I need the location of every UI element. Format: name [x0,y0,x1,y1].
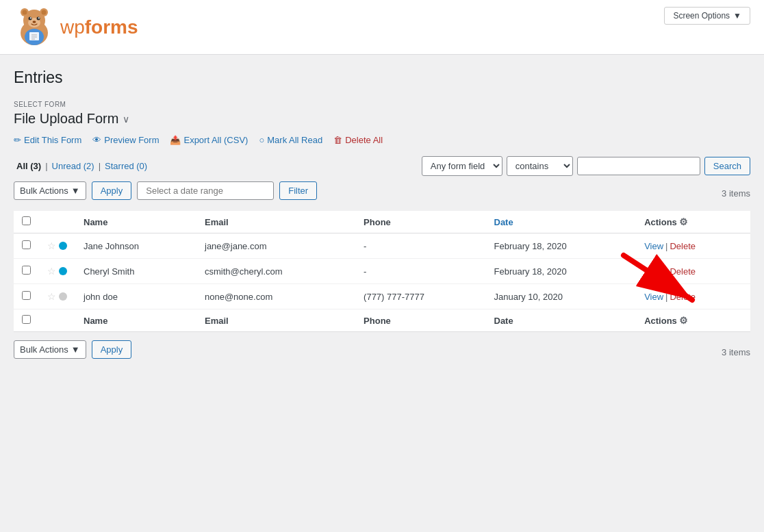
row2-checkbox[interactable] [22,266,31,275]
footer-email-col: Email [196,309,355,332]
entries-table: Name Email Phone Date Actions ⚙ [14,211,750,332]
row3-view-link[interactable]: View [644,292,663,302]
chevron-down-icon: ▼ [733,11,741,21]
delete-all-link[interactable]: 🗑 Delete All [333,135,383,145]
trash-icon: 🗑 [333,135,342,145]
form-selector[interactable]: File Upload Form ∨ [14,111,750,127]
actions-gear-icon[interactable]: ⚙ [679,216,688,227]
row2-icons-cell: ☆ [39,259,75,284]
eye-icon: 👁 [92,135,101,145]
filter-tab-starred[interactable]: Starred (0) [102,161,150,171]
select-form-label: SELECT FORM [14,101,750,108]
row3-phone-cell: (777) 777-7777 [355,284,485,309]
row2-star-icon[interactable]: ☆ [47,266,56,277]
export-label: Export All (CSV) [183,135,248,145]
svg-point-5 [42,10,47,14]
row1-name-cell: Jane Johnson [75,233,196,259]
row1-read-icon[interactable] [59,242,67,250]
bulk-actions-select-top[interactable]: Bulk Actions ▼ [14,181,86,200]
select-all-checkbox[interactable] [22,216,31,225]
row3-star-icon[interactable]: ☆ [47,291,56,302]
row3-delete-link[interactable]: Delete [670,292,696,302]
logo-wp: wp [60,16,85,38]
row1-actions-cell: View | Delete [636,233,750,259]
svg-point-10 [38,17,40,18]
table-top-controls: All (3) | Unread (2) | Starred (0) Any f… [14,156,750,176]
search-area: Any form field Name Email Phone contains… [422,156,750,176]
svg-point-11 [33,21,36,23]
table-footer-row: Name Email Phone Date Actions ⚙ [14,309,750,332]
logo: wpforms [14,7,138,48]
filter-tab-unread[interactable]: Unread (2) [49,161,97,171]
form-name: File Upload Form [14,111,118,127]
apply-button-top[interactable]: Apply [92,181,132,200]
bulk-actions-select-bottom[interactable]: Bulk Actions ▼ [14,340,86,359]
row2-actions-cell: View | Delete [636,259,750,284]
preview-form-link[interactable]: 👁 Preview Form [92,135,159,145]
row2-delete-link[interactable]: Delete [670,266,696,277]
header-phone-col: Phone [355,211,485,233]
screen-options-button[interactable]: Screen Options ▼ [664,7,750,25]
header-name-col: Name [75,211,196,233]
search-button[interactable]: Search [704,157,750,175]
bulk-actions-chevron-bottom-icon: ▼ [71,344,80,355]
row2-read-icon[interactable] [59,267,67,275]
mark-all-read-link[interactable]: ○ Mark All Read [259,135,322,145]
row1-view-link[interactable]: View [644,241,663,251]
row2-phone-cell: - [355,259,485,284]
svg-point-7 [29,16,32,20]
footer-icons-col [39,309,75,332]
footer-name-col: Name [75,309,196,332]
search-field-select[interactable]: Any form field Name Email Phone [422,156,502,176]
items-count-top: 3 items [722,188,750,199]
table-row: ☆ john doe none@none.com (777) 777-7777 … [14,284,750,309]
filter-label: Filter [288,186,308,196]
row1-checkbox-cell [14,233,39,259]
date-range-input[interactable] [137,181,274,200]
row1-checkbox[interactable] [22,240,31,249]
filter-tabs: All (3) | Unread (2) | Starred (0) [14,161,150,171]
footer-actions-col: Actions ⚙ [636,309,750,332]
search-input[interactable] [577,157,700,175]
edit-icon: ✏ [14,135,21,145]
bulk-actions-top: Bulk Actions ▼ Apply Filter [14,181,317,200]
footer-actions-gear-icon[interactable]: ⚙ [679,315,688,326]
logo-forms: forms [85,16,138,38]
select-all-footer-checkbox[interactable] [22,315,31,324]
row3-checkbox-cell [14,284,39,309]
preview-form-label: Preview Form [104,135,159,145]
entries-table-wrapper: Name Email Phone Date Actions ⚙ [14,211,750,332]
row3-read-icon[interactable] [59,292,67,301]
row2-checkbox-cell [14,259,39,284]
apply-button-bottom[interactable]: Apply [92,340,132,359]
filter-tab-all[interactable]: All (3) [14,161,44,171]
row2-email-cell: csmith@cheryl.com [196,259,355,284]
search-condition-select[interactable]: contains equals starts with ends with [507,156,573,176]
row2-name-cell: Cheryl Smith [75,259,196,284]
filter-button[interactable]: Filter [279,181,317,200]
row1-date-cell: February 18, 2020 [486,233,637,259]
row2-date-cell: February 18, 2020 [486,259,637,284]
footer-phone-col: Phone [355,309,485,332]
edit-form-link[interactable]: ✏ Edit This Form [14,135,81,145]
table-row: ☆ Jane Johnson jane@jane.com - February … [14,233,750,259]
table-row: ☆ Cheryl Smith csmith@cheryl.com - Febru… [14,259,750,284]
export-icon: 📤 [170,135,181,145]
svg-point-9 [30,17,31,18]
export-csv-link[interactable]: 📤 Export All (CSV) [170,135,248,145]
bulk-actions-label-top: Bulk Actions [20,186,68,196]
page-title: Entries [14,68,750,87]
svg-point-8 [37,16,40,20]
bulk-actions-bottom: Bulk Actions ▼ Apply [14,340,131,359]
items-count-bottom: 3 items [722,347,750,357]
bulk-actions-chevron-icon: ▼ [71,186,80,196]
row1-delete-link[interactable]: Delete [670,241,696,251]
row1-email-cell: jane@jane.com [196,233,355,259]
row3-actions-cell: View | Delete [636,284,750,309]
delete-all-label: Delete All [345,135,383,145]
row1-star-icon[interactable]: ☆ [47,240,56,251]
circle-icon: ○ [259,135,264,145]
row3-checkbox[interactable] [22,291,31,300]
row2-view-link[interactable]: View [644,266,663,277]
select-form-section: SELECT FORM File Upload Form ∨ [14,101,750,127]
